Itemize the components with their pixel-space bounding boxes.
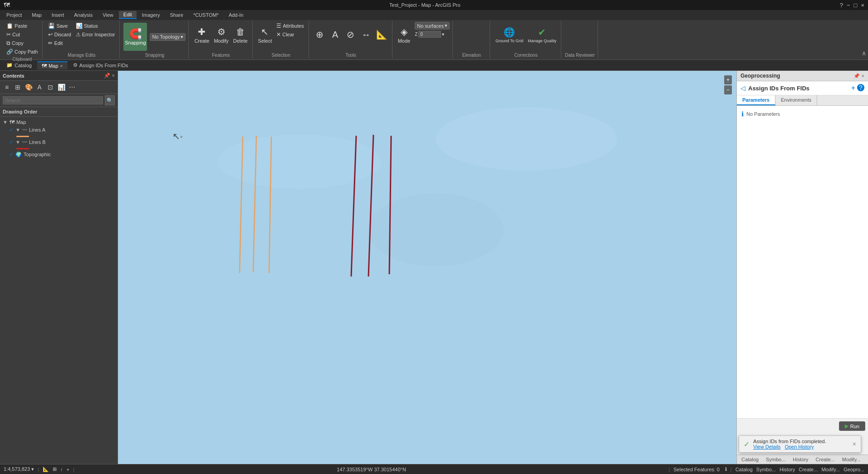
tab-view[interactable]: View	[98, 11, 118, 19]
open-history-link[interactable]: Open History	[785, 444, 814, 449]
save-edits-button[interactable]: 💾 Save	[46, 22, 73, 30]
bottom-tab-symbo[interactable]: Symbo...	[763, 456, 788, 463]
bottom-tab-catalog[interactable]: Catalog	[739, 456, 761, 463]
label-btn[interactable]: Α	[34, 82, 44, 92]
clear-button[interactable]: ✕ Clear	[275, 30, 305, 39]
z-input[interactable]	[418, 31, 441, 38]
geo-close-icon[interactable]: ×	[862, 73, 864, 79]
search-input[interactable]	[3, 96, 103, 104]
tab-edit[interactable]: Edit	[119, 11, 137, 19]
bottom-tab-history[interactable]: History	[790, 456, 811, 463]
layer-lines-b[interactable]: ✓ ▼ 〰 Lines B	[0, 138, 118, 146]
tab-share[interactable]: Share	[166, 11, 188, 19]
symbology-btn[interactable]: 🎨	[24, 82, 34, 92]
more-btn[interactable]: ⋯	[67, 82, 77, 92]
tab-project[interactable]: Project	[2, 11, 26, 19]
bottom-status-history[interactable]: History	[780, 467, 795, 472]
layer-topographic[interactable]: ✓ 🌍 Topographic	[0, 150, 118, 158]
assign-tab-icon: ⚙	[73, 62, 78, 68]
tab-addin[interactable]: Add-In	[224, 11, 248, 19]
mode-button[interactable]: ◈ Mode	[396, 22, 412, 48]
layer-order-btn[interactable]: ≡	[2, 82, 12, 92]
no-surfaces-dropdown[interactable]: No surfaces ▾	[415, 22, 450, 30]
copy-button[interactable]: ⧉ Copy	[5, 39, 39, 47]
cut-button[interactable]: ✂ Cut	[5, 30, 39, 39]
corrections-label: Corrections	[515, 53, 538, 58]
bottom-status-geopro[interactable]: Geopro...	[843, 467, 864, 472]
map-area[interactable]: ↖+ + −	[118, 71, 736, 464]
bottom-status-modify[interactable]: Modify...	[821, 467, 840, 472]
search-button[interactable]: 🔍	[105, 95, 115, 105]
tab-analysis[interactable]: Analysis	[69, 11, 97, 19]
contents-pin-icon[interactable]: 📌	[104, 73, 110, 79]
tab-custom[interactable]: *CUSTOM*	[189, 11, 223, 19]
paste-button[interactable]: 📋 Paste	[5, 22, 39, 30]
attributes-button[interactable]: ☰ Attributes	[275, 22, 305, 30]
scale-dropdown[interactable]: 1:4,573,823 ▾	[4, 466, 34, 472]
tool5-button[interactable]: 📐	[374, 22, 389, 48]
geo-pin-icon[interactable]: 📌	[853, 73, 860, 79]
map-zoom-btn[interactable]: +	[67, 467, 69, 472]
view-details-link[interactable]: View Details	[753, 444, 780, 449]
tab-insert[interactable]: Insert	[47, 11, 69, 19]
modify-button[interactable]: ⚙ Modify	[212, 22, 230, 48]
notif-close-icon[interactable]: ×	[853, 440, 856, 448]
error-inspector-button[interactable]: ⚠ Error Inspector	[74, 30, 117, 39]
layer-lines-a[interactable]: ✓ ▼ 〰 Lines A	[0, 126, 118, 134]
tab-map[interactable]: Map	[27, 11, 46, 19]
chart-btn[interactable]: 📊	[56, 82, 66, 92]
tab-assign-ids[interactable]: ⚙ Assign IDs From FIDs	[69, 61, 133, 69]
edit-button[interactable]: ✏ Edit	[46, 39, 73, 47]
bottom-status-symbo[interactable]: Symbo...	[756, 467, 776, 472]
status-button[interactable]: 📊 Status	[74, 22, 117, 30]
contents-panel: Contents 📌 × ≡ ⊞ 🎨 Α ⊡ 📊 ⋯ 🔍 Drawing Ord…	[0, 71, 118, 464]
ribbon-expand-icon[interactable]: ∧	[862, 49, 866, 57]
snapping-button[interactable]: 🧲 Snapping	[123, 23, 147, 51]
bottom-status-catalog[interactable]: Catalog	[736, 467, 753, 472]
bottom-tab-geopro[interactable]: Geopro...	[865, 456, 868, 463]
copy-path-icon: 🔗	[6, 49, 13, 55]
tool1-button[interactable]: ⊕	[313, 22, 327, 48]
tool4-button[interactable]: ↔	[359, 22, 373, 48]
minimize-btn[interactable]: −	[847, 2, 850, 9]
bottom-status-create[interactable]: Create...	[799, 467, 818, 472]
help-btn[interactable]: ?	[840, 2, 843, 9]
map-layer-label: Map	[16, 119, 26, 125]
zoom-out-btn[interactable]: −	[724, 85, 732, 94]
manage-quality-button[interactable]: ✔ Manage Quality	[526, 22, 558, 48]
tool3-button[interactable]: ⊘	[343, 22, 358, 48]
bottom-tab-modify[interactable]: Modify...	[839, 456, 863, 463]
geo-tab-parameters[interactable]: Parameters	[737, 95, 775, 105]
map-units-btn[interactable]: 📐	[43, 466, 49, 472]
geo-back-icon[interactable]: ◁	[740, 84, 745, 92]
map-north-btn[interactable]: ↑	[60, 467, 63, 472]
maximize-btn[interactable]: □	[854, 2, 858, 9]
geo-add-icon[interactable]: +	[851, 84, 855, 92]
map-grid-btn[interactable]: ⊞	[53, 466, 57, 472]
topology-dropdown[interactable]: No Topology ▾	[150, 33, 186, 41]
tool2-button[interactable]: Α	[328, 22, 343, 48]
discard-button[interactable]: ↩ Discard	[46, 30, 73, 39]
run-button[interactable]: ▶ Run	[839, 421, 865, 431]
selection-contents-btn[interactable]: ⊡	[45, 82, 55, 92]
delete-button[interactable]: 🗑 Delete	[231, 22, 250, 48]
tab-map-doc[interactable]: 🗺 Map ×	[37, 61, 68, 69]
create-button[interactable]: ✚ Create	[192, 22, 211, 48]
copy-path-button[interactable]: 🔗 Copy Path	[5, 48, 39, 56]
ground-to-grid-button[interactable]: 🌐 Ground To Grid	[494, 22, 525, 48]
geo-help-icon[interactable]: ?	[857, 84, 864, 91]
map-tab-close[interactable]: ×	[60, 63, 63, 69]
run-row: ▶ Run	[737, 418, 868, 434]
add-layer-btn[interactable]: ⊞	[13, 82, 23, 92]
geo-tab-environments[interactable]: Environments	[775, 95, 817, 105]
data-reviewer-label: Data Reviewer	[565, 53, 595, 58]
tab-imagery[interactable]: Imagery	[137, 11, 165, 19]
select-button[interactable]: ↖ Select	[256, 22, 274, 48]
tab-catalog[interactable]: 📁 Catalog	[2, 61, 36, 69]
close-btn[interactable]: ×	[861, 2, 864, 9]
layer-map[interactable]: ▼ 🗺 Map	[0, 118, 118, 126]
contents-close-icon[interactable]: ×	[112, 73, 115, 79]
bottom-tab-create[interactable]: Create...	[813, 456, 838, 463]
mode-icon: ◈	[401, 26, 407, 37]
zoom-in-btn[interactable]: +	[724, 75, 732, 84]
